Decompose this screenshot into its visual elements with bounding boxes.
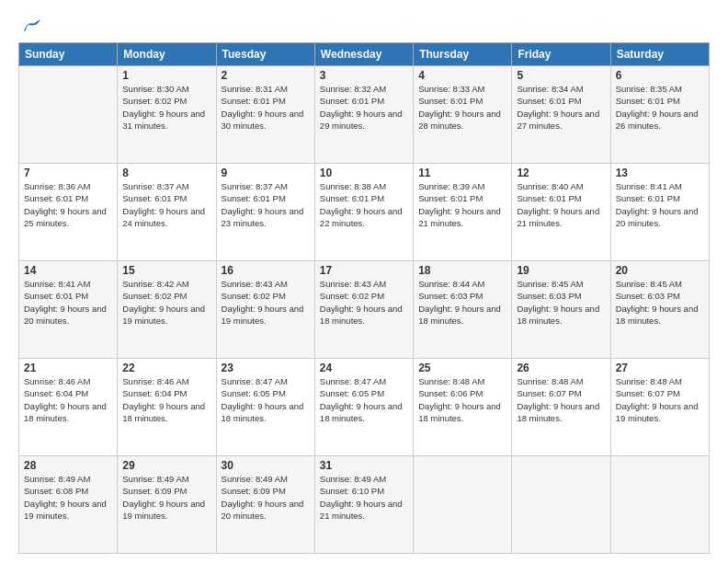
day-info: Sunrise: 8:43 AMSunset: 6:02 PMDaylight:… — [222, 278, 310, 327]
day-number: 26 — [517, 362, 605, 374]
calendar-cell: 22Sunrise: 8:46 AMSunset: 6:04 PMDayligh… — [118, 359, 216, 456]
calendar-cell: 5Sunrise: 8:34 AMSunset: 6:01 PMDaylight… — [512, 66, 610, 164]
calendar: SundayMondayTuesdayWednesdayThursdayFrid… — [18, 42, 710, 554]
day-info: Sunrise: 8:49 AMSunset: 6:10 PMDaylight:… — [320, 473, 408, 522]
day-number: 20 — [616, 264, 704, 277]
day-info: Sunrise: 8:30 AMSunset: 6:02 PMDaylight:… — [122, 83, 210, 132]
page: SundayMondayTuesdayWednesdayThursdayFrid… — [0, 0, 728, 563]
day-number: 27 — [616, 362, 704, 374]
day-info: Sunrise: 8:47 AMSunset: 6:05 PMDaylight:… — [222, 375, 310, 424]
calendar-cell: 1Sunrise: 8:30 AMSunset: 6:02 PMDaylight… — [118, 66, 216, 164]
weekday-header-saturday: Saturday — [610, 43, 709, 66]
day-number: 29 — [122, 459, 210, 472]
day-info: Sunrise: 8:34 AMSunset: 6:01 PMDaylight:… — [517, 83, 605, 132]
calendar-cell — [610, 456, 709, 554]
day-info: Sunrise: 8:49 AMSunset: 6:09 PMDaylight:… — [222, 473, 310, 522]
weekday-header-row: SundayMondayTuesdayWednesdayThursdayFrid… — [19, 43, 710, 66]
day-info: Sunrise: 8:47 AMSunset: 6:05 PMDaylight:… — [320, 375, 408, 424]
day-number: 23 — [222, 362, 310, 374]
logo-bird-icon — [20, 17, 40, 37]
calendar-cell: 15Sunrise: 8:42 AMSunset: 6:02 PMDayligh… — [118, 261, 216, 359]
day-number: 15 — [122, 264, 210, 277]
day-number: 2 — [222, 69, 310, 82]
weekday-header-monday: Monday — [118, 43, 216, 66]
day-info: Sunrise: 8:39 AMSunset: 6:01 PMDaylight:… — [418, 180, 506, 229]
calendar-cell: 25Sunrise: 8:48 AMSunset: 6:06 PMDayligh… — [414, 359, 512, 456]
calendar-cell: 31Sunrise: 8:49 AMSunset: 6:10 PMDayligh… — [314, 456, 413, 554]
calendar-cell: 2Sunrise: 8:31 AMSunset: 6:01 PMDaylight… — [216, 66, 314, 164]
day-number: 12 — [517, 167, 605, 179]
day-info: Sunrise: 8:36 AMSunset: 6:01 PMDaylight:… — [24, 180, 112, 229]
day-number: 17 — [320, 264, 408, 277]
weekday-header-wednesday: Wednesday — [314, 43, 413, 66]
day-info: Sunrise: 8:35 AMSunset: 6:01 PMDaylight:… — [616, 83, 704, 132]
day-number: 28 — [24, 459, 112, 472]
calendar-cell: 19Sunrise: 8:45 AMSunset: 6:03 PMDayligh… — [512, 261, 610, 359]
day-info: Sunrise: 8:42 AMSunset: 6:02 PMDaylight:… — [122, 278, 210, 327]
calendar-week-5: 28Sunrise: 8:49 AMSunset: 6:08 PMDayligh… — [19, 456, 710, 554]
day-number: 1 — [122, 69, 210, 82]
calendar-week-4: 21Sunrise: 8:46 AMSunset: 6:04 PMDayligh… — [19, 359, 710, 456]
day-info: Sunrise: 8:49 AMSunset: 6:08 PMDaylight:… — [24, 473, 112, 522]
day-info: Sunrise: 8:32 AMSunset: 6:01 PMDaylight:… — [320, 83, 408, 132]
day-number: 7 — [24, 167, 112, 179]
day-number: 22 — [122, 362, 210, 374]
calendar-cell: 3Sunrise: 8:32 AMSunset: 6:01 PMDaylight… — [314, 66, 413, 164]
day-number: 16 — [222, 264, 310, 277]
calendar-cell: 7Sunrise: 8:36 AMSunset: 6:01 PMDaylight… — [19, 164, 118, 261]
logo — [18, 17, 40, 33]
calendar-week-2: 7Sunrise: 8:36 AMSunset: 6:01 PMDaylight… — [19, 164, 710, 261]
day-info: Sunrise: 8:49 AMSunset: 6:09 PMDaylight:… — [122, 473, 210, 522]
calendar-cell: 17Sunrise: 8:43 AMSunset: 6:02 PMDayligh… — [314, 261, 413, 359]
day-number: 8 — [122, 167, 210, 179]
calendar-cell: 26Sunrise: 8:48 AMSunset: 6:07 PMDayligh… — [512, 359, 610, 456]
calendar-cell: 9Sunrise: 8:37 AMSunset: 6:01 PMDaylight… — [216, 164, 314, 261]
day-number: 21 — [24, 362, 112, 374]
day-info: Sunrise: 8:46 AMSunset: 6:04 PMDaylight:… — [122, 375, 210, 424]
day-info: Sunrise: 8:45 AMSunset: 6:03 PMDaylight:… — [616, 278, 704, 327]
calendar-cell — [512, 456, 610, 554]
day-info: Sunrise: 8:48 AMSunset: 6:06 PMDaylight:… — [418, 375, 506, 424]
day-number: 14 — [24, 264, 112, 277]
calendar-cell — [414, 456, 512, 554]
header — [18, 17, 710, 33]
day-number: 18 — [418, 264, 506, 277]
day-number: 4 — [418, 69, 506, 82]
day-info: Sunrise: 8:38 AMSunset: 6:01 PMDaylight:… — [320, 180, 408, 229]
day-info: Sunrise: 8:43 AMSunset: 6:02 PMDaylight:… — [320, 278, 408, 327]
day-info: Sunrise: 8:48 AMSunset: 6:07 PMDaylight:… — [616, 375, 704, 424]
calendar-cell: 18Sunrise: 8:44 AMSunset: 6:03 PMDayligh… — [414, 261, 512, 359]
calendar-cell: 14Sunrise: 8:41 AMSunset: 6:01 PMDayligh… — [19, 261, 118, 359]
day-info: Sunrise: 8:48 AMSunset: 6:07 PMDaylight:… — [517, 375, 605, 424]
calendar-cell: 16Sunrise: 8:43 AMSunset: 6:02 PMDayligh… — [216, 261, 314, 359]
day-number: 5 — [517, 69, 605, 82]
day-number: 3 — [320, 69, 408, 82]
calendar-cell: 23Sunrise: 8:47 AMSunset: 6:05 PMDayligh… — [216, 359, 314, 456]
day-info: Sunrise: 8:31 AMSunset: 6:01 PMDaylight:… — [222, 83, 310, 132]
day-info: Sunrise: 8:41 AMSunset: 6:01 PMDaylight:… — [24, 278, 112, 327]
weekday-header-friday: Friday — [512, 43, 610, 66]
day-info: Sunrise: 8:33 AMSunset: 6:01 PMDaylight:… — [418, 83, 506, 132]
calendar-cell: 11Sunrise: 8:39 AMSunset: 6:01 PMDayligh… — [414, 164, 512, 261]
calendar-week-1: 1Sunrise: 8:30 AMSunset: 6:02 PMDaylight… — [19, 66, 710, 164]
day-number: 6 — [616, 69, 704, 82]
calendar-week-3: 14Sunrise: 8:41 AMSunset: 6:01 PMDayligh… — [19, 261, 710, 359]
day-number: 30 — [222, 459, 310, 472]
calendar-cell: 4Sunrise: 8:33 AMSunset: 6:01 PMDaylight… — [414, 66, 512, 164]
day-number: 10 — [320, 167, 408, 179]
weekday-header-thursday: Thursday — [414, 43, 512, 66]
calendar-cell: 20Sunrise: 8:45 AMSunset: 6:03 PMDayligh… — [610, 261, 709, 359]
calendar-cell: 21Sunrise: 8:46 AMSunset: 6:04 PMDayligh… — [19, 359, 118, 456]
calendar-cell: 13Sunrise: 8:41 AMSunset: 6:01 PMDayligh… — [610, 164, 709, 261]
day-info: Sunrise: 8:44 AMSunset: 6:03 PMDaylight:… — [418, 278, 506, 327]
calendar-cell: 12Sunrise: 8:40 AMSunset: 6:01 PMDayligh… — [512, 164, 610, 261]
day-info: Sunrise: 8:37 AMSunset: 6:01 PMDaylight:… — [222, 180, 310, 229]
day-number: 25 — [418, 362, 506, 374]
day-info: Sunrise: 8:45 AMSunset: 6:03 PMDaylight:… — [517, 278, 605, 327]
day-number: 11 — [418, 167, 506, 179]
calendar-cell: 24Sunrise: 8:47 AMSunset: 6:05 PMDayligh… — [314, 359, 413, 456]
calendar-cell: 30Sunrise: 8:49 AMSunset: 6:09 PMDayligh… — [216, 456, 314, 554]
day-number: 13 — [616, 167, 704, 179]
day-info: Sunrise: 8:37 AMSunset: 6:01 PMDaylight:… — [122, 180, 210, 229]
calendar-cell — [19, 66, 118, 164]
